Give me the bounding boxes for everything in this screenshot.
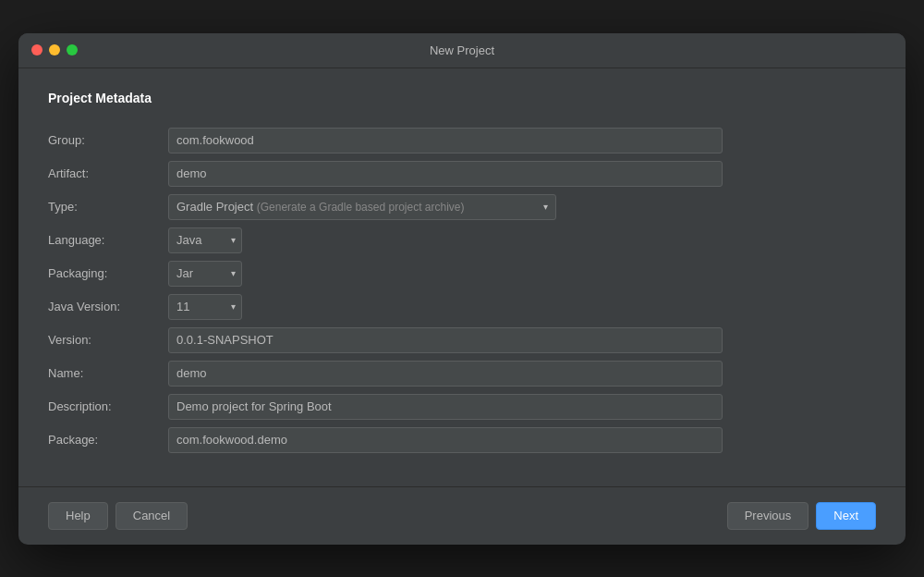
window-title: New Project xyxy=(430,43,494,57)
language-label: Language: xyxy=(48,224,168,257)
table-row: Group: xyxy=(48,124,876,157)
dialog-footer: Help Cancel Previous Next xyxy=(18,486,906,545)
minimize-button[interactable] xyxy=(49,44,60,55)
table-row: Packaging: Jar War ▾ xyxy=(48,257,876,290)
previous-button[interactable]: Previous xyxy=(727,502,809,530)
table-row: Name: xyxy=(48,357,876,390)
language-select[interactable]: Java Kotlin Groovy xyxy=(168,227,242,253)
packaging-field: Jar War ▾ xyxy=(168,257,876,290)
table-row: Type: Gradle Project (Generate a Gradle … xyxy=(48,190,876,224)
type-name: Gradle Project xyxy=(176,200,253,214)
java-version-select-wrapper: 8 11 17 21 ▾ xyxy=(168,294,242,320)
version-input[interactable] xyxy=(168,327,723,353)
packaging-select-wrapper: Jar War ▾ xyxy=(168,261,242,287)
group-label: Group: xyxy=(48,124,168,157)
packaging-select[interactable]: Jar War xyxy=(168,261,242,287)
title-bar: New Project xyxy=(18,33,906,68)
footer-left: Help Cancel xyxy=(48,502,188,530)
traffic-lights xyxy=(31,44,78,55)
package-field xyxy=(168,424,876,457)
java-version-select[interactable]: 8 11 17 21 xyxy=(168,294,242,320)
description-label: Description: xyxy=(48,390,168,424)
table-row: Package: xyxy=(48,424,876,457)
table-row: Description: xyxy=(48,390,876,424)
table-row: Java Version: 8 11 17 21 ▾ xyxy=(48,290,876,324)
name-label: Name: xyxy=(48,357,168,390)
help-button[interactable]: Help xyxy=(48,502,108,530)
description-input[interactable] xyxy=(168,394,723,420)
table-row: Language: Java Kotlin Groovy ▾ xyxy=(48,224,876,257)
maximize-button[interactable] xyxy=(67,44,78,55)
java-version-field: 8 11 17 21 ▾ xyxy=(168,290,876,324)
name-field xyxy=(168,357,876,390)
language-field: Java Kotlin Groovy ▾ xyxy=(168,224,876,257)
package-label: Package: xyxy=(48,424,168,457)
close-button[interactable] xyxy=(31,44,43,55)
package-input[interactable] xyxy=(168,427,723,453)
name-input[interactable] xyxy=(168,361,723,387)
description-field xyxy=(168,390,876,424)
artifact-label: Artifact: xyxy=(48,157,168,190)
group-field xyxy=(168,124,876,157)
packaging-label: Packaging: xyxy=(48,257,168,290)
java-version-label: Java Version: xyxy=(48,290,168,324)
dialog-content: Project Metadata Group: Artifact: Type: xyxy=(18,68,906,479)
type-label: Type: xyxy=(48,190,168,224)
footer-right: Previous Next xyxy=(727,502,876,530)
type-desc: (Generate a Gradle based project archive… xyxy=(257,201,465,214)
dialog-window: New Project Project Metadata Group: Arti… xyxy=(18,33,906,545)
form-table: Group: Artifact: Type: Gradle Project xyxy=(48,124,876,457)
type-select-container[interactable]: Gradle Project (Generate a Gradle based … xyxy=(168,194,556,220)
table-row: Artifact: xyxy=(48,157,876,190)
type-field: Gradle Project (Generate a Gradle based … xyxy=(168,190,876,224)
table-row: Version: xyxy=(48,324,876,357)
artifact-field xyxy=(168,157,876,190)
cancel-button[interactable]: Cancel xyxy=(116,502,188,530)
next-button[interactable]: Next xyxy=(816,502,876,530)
artifact-input[interactable] xyxy=(168,161,723,187)
type-text: Gradle Project (Generate a Gradle based … xyxy=(176,200,536,214)
group-input[interactable] xyxy=(168,128,723,153)
language-select-wrapper: Java Kotlin Groovy ▾ xyxy=(168,227,242,253)
version-field xyxy=(168,324,876,357)
chevron-down-icon: ▾ xyxy=(543,202,548,212)
section-title: Project Metadata xyxy=(48,91,876,105)
version-label: Version: xyxy=(48,324,168,357)
